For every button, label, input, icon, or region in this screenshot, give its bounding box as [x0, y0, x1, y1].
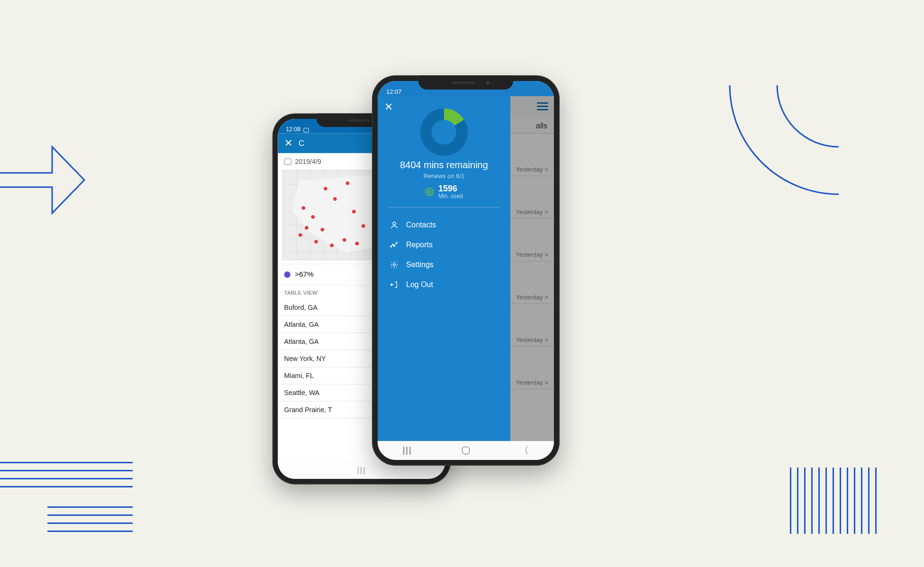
usage-donut-chart: [420, 108, 468, 156]
nav-back-icon[interactable]: 〈: [519, 444, 529, 457]
nav-recent-icon[interactable]: |||: [403, 445, 412, 455]
legend-bullet-icon: [284, 271, 290, 278]
calendar-icon: [284, 158, 291, 164]
minutes-used-row: 1596 Min. used: [378, 184, 510, 199]
svg-point-4: [396, 242, 397, 243]
android-navbar: ||| 〈: [378, 441, 554, 460]
svg-point-1: [390, 246, 391, 247]
minutes-used-label: Min. used: [438, 193, 463, 199]
chart-icon: [390, 241, 399, 249]
menu-item-settings[interactable]: Settings: [378, 255, 510, 275]
menu-item-reports[interactable]: Reports: [378, 235, 510, 255]
phone-icon: [425, 188, 434, 196]
page-title: C: [299, 138, 304, 148]
person-icon: [390, 221, 399, 229]
close-icon[interactable]: ✕: [384, 101, 393, 113]
menu-item-logout[interactable]: Log Out: [378, 275, 510, 295]
minutes-used-value: 1596: [438, 184, 463, 193]
nav-home-icon[interactable]: [462, 447, 470, 454]
divider: [388, 207, 500, 207]
decorative-arc-icon: [716, 0, 924, 208]
menu-label: Log Out: [406, 280, 433, 289]
gear-icon: [390, 261, 399, 269]
nav-recent-icon[interactable]: |||: [357, 465, 366, 475]
status-time: 12:07: [386, 88, 402, 95]
close-icon[interactable]: ✕: [284, 137, 292, 149]
phone-drawer: 12:07 alls Yesterday > Yesterday > Yeste…: [372, 75, 560, 466]
logout-icon: [390, 280, 399, 289]
decorative-arrow-icon: [0, 133, 85, 227]
decorative-lines-left: [0, 462, 133, 539]
legend-value: >67%: [295, 270, 313, 279]
side-drawer: ✕ 8404 mins remaining Renews on 6/1 1596…: [378, 96, 510, 441]
screenshot-icon: [303, 128, 308, 133]
status-time: 12:08: [286, 126, 300, 132]
menu-item-contacts[interactable]: Contacts: [378, 215, 510, 235]
phone-notch: [418, 75, 513, 90]
menu-label: Contacts: [406, 221, 436, 229]
svg-point-0: [393, 222, 396, 225]
svg-point-3: [394, 245, 395, 246]
date-value: 2019/4/9: [295, 157, 321, 165]
minutes-remaining: 8404 mins remaining: [378, 160, 510, 171]
svg-point-5: [393, 263, 396, 266]
menu-label: Reports: [406, 241, 433, 249]
svg-point-2: [392, 244, 393, 245]
decorative-lines-right: [790, 468, 877, 534]
menu-label: Settings: [406, 261, 434, 269]
renewal-date: Renews on 6/1: [378, 172, 510, 180]
